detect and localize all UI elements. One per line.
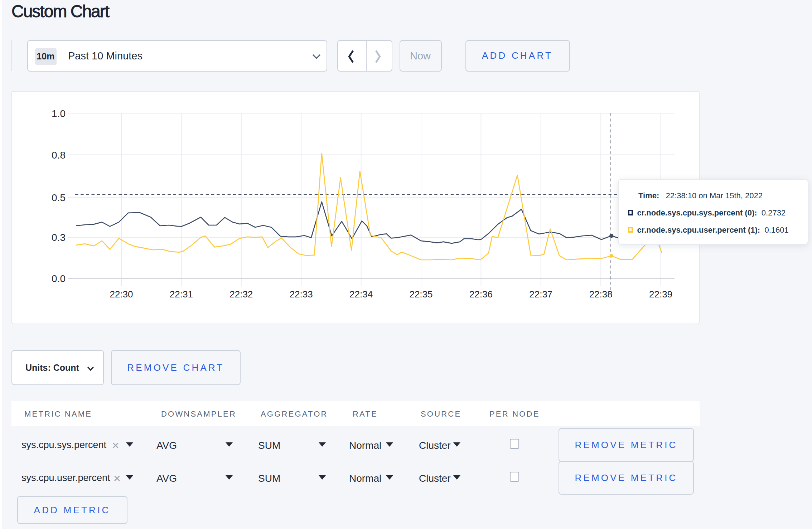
svg-text:22:30: 22:30	[110, 288, 133, 299]
svg-text:22:33: 22:33	[290, 288, 313, 299]
svg-text:22:34: 22:34	[349, 288, 373, 299]
svg-text:22:36: 22:36	[469, 288, 493, 299]
svg-text:22:35: 22:35	[409, 288, 432, 299]
svg-text:22:31: 22:31	[170, 288, 193, 299]
svg-text:22:32: 22:32	[229, 288, 253, 299]
svg-text:22:38: 22:38	[589, 288, 613, 299]
svg-text:22:37: 22:37	[529, 288, 552, 299]
svg-text:1.0: 1.0	[52, 108, 66, 119]
svg-text:0.5: 0.5	[52, 192, 66, 203]
svg-text:0.3: 0.3	[52, 232, 66, 243]
svg-text:0.8: 0.8	[52, 149, 66, 160]
svg-text:0.0: 0.0	[52, 273, 66, 284]
svg-text:22:39: 22:39	[649, 288, 672, 299]
